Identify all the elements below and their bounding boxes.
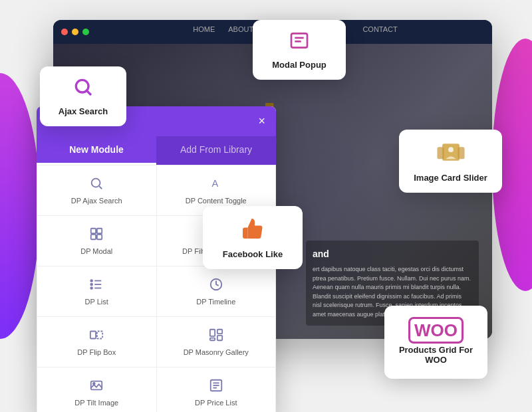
svg-rect-5 [91,235,96,239]
tab-new-module[interactable]: New Module [37,136,156,165]
dp-timeline-icon [209,277,223,294]
svg-point-13 [91,280,93,282]
dp-list-icon [89,277,104,294]
module-dp-timeline[interactable]: DP Timeline [157,266,276,316]
dp-ajax-search-icon [89,176,104,193]
svg-rect-20 [217,330,222,334]
module-dp-ajax-search[interactable]: DP Ajax Search [37,165,156,215]
modal-close-button[interactable]: × [258,114,265,128]
svg-line-30 [87,91,91,95]
dp-masonry-gallery-icon [209,328,223,344]
svg-point-29 [76,80,88,92]
modal-popup-card-label: Modal Popup [272,60,327,70]
woo-logo: WOO [408,317,464,344]
module-dp-tilt-image-label: DP Tilt Image [74,399,118,407]
module-dp-price-list[interactable]: DP Price List [157,367,276,412]
module-dp-list-label: DP List [85,298,108,306]
dp-flip-box-icon [89,328,104,344]
module-dp-masonry-gallery-label: DP Masonry Gallery [184,348,249,356]
dp-price-list-icon [209,378,223,395]
floating-card-ajax-search[interactable]: Ajax Search [40,66,126,126]
nav-contact[interactable]: CONTACT [362,25,397,39]
ajax-search-card-icon [72,76,94,102]
module-dp-masonry-gallery[interactable]: DP Masonry Gallery [157,317,276,367]
svg-rect-18 [97,332,102,339]
svg-rect-6 [97,235,102,239]
browser-dot-green [82,29,89,35]
svg-rect-21 [217,336,222,340]
svg-rect-36 [458,147,464,159]
svg-point-37 [448,147,454,152]
nav-about[interactable]: ABOUT [228,25,253,39]
svg-rect-17 [90,332,96,339]
floating-card-facebook-like[interactable]: Facebook Like [203,206,303,269]
module-dp-flip-box[interactable]: DP Flip Box [37,317,156,367]
svg-rect-3 [91,229,96,233]
modules-grid: DP Ajax Search A DP Content Toggle DP [37,165,276,412]
svg-point-14 [91,284,93,286]
module-dp-modal[interactable]: DP Modal [37,216,156,266]
svg-rect-19 [210,330,215,336]
module-dp-ajax-search-label: DP Ajax Search [71,197,122,205]
svg-rect-4 [97,229,102,233]
svg-point-0 [92,179,100,187]
modal-tabs: New Module Add From Library [37,136,276,165]
products-woo-card-label: Products Grid For WOO [395,345,477,365]
facebook-like-card-icon [241,217,265,245]
browser-dot-red [61,29,68,35]
module-dp-list[interactable]: DP List [37,266,156,316]
module-dp-content-toggle-label: DP Content Toggle [186,197,247,205]
products-woo-card-icon: WOO [408,320,464,341]
floating-card-image-slider[interactable]: Image Card Slider [399,130,502,193]
svg-rect-35 [437,147,444,159]
nav-home[interactable]: HOME [193,25,215,39]
facebook-like-card-label: Facebook Like [223,249,283,259]
module-dp-timeline-label: DP Timeline [196,298,235,306]
svg-text:A: A [211,178,218,189]
svg-line-1 [100,186,102,189]
svg-point-15 [91,287,93,289]
module-dp-flip-box-label: DP Flip Box [77,348,116,356]
modal-popup-card-icon [289,30,310,56]
bg-blob-left [0,73,40,339]
browser-dot-yellow [72,29,78,35]
svg-rect-22 [210,338,215,341]
module-dp-modal-label: DP Modal [80,247,112,255]
floating-card-products-woo[interactable]: WOO Products Grid For WOO [384,306,487,379]
floating-card-modal-popup[interactable]: Modal Popup [253,20,346,80]
ajax-search-card-label: Ajax Search [59,106,108,116]
tab-add-from-library[interactable]: Add From Library [156,136,276,165]
dp-modal-icon [89,227,104,243]
image-slider-card-label: Image Card Slider [414,173,487,183]
dp-content-toggle-icon: A [209,176,223,193]
image-slider-card-icon [434,140,467,169]
module-dp-price-list-label: DP Price List [195,399,237,407]
module-dp-tilt-image[interactable]: DP Tilt Image [37,367,156,412]
browser-text-heading: and [313,247,472,261]
dp-tilt-image-icon [89,378,104,395]
